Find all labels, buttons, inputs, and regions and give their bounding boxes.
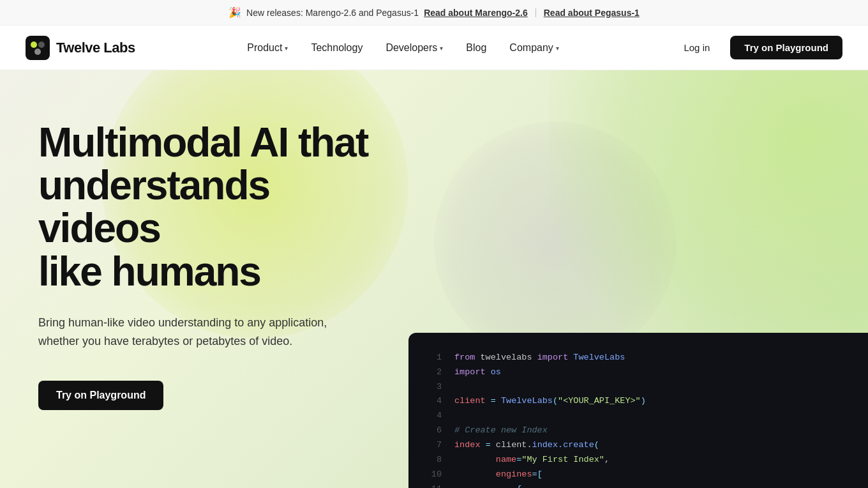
nav-item-blog[interactable]: Blog: [456, 37, 497, 59]
line-number: 4: [429, 409, 442, 423]
code-token: client: [454, 396, 486, 406]
code-token: [454, 455, 496, 464]
line-number: 3: [429, 380, 442, 395]
code-token: [486, 396, 491, 406]
code-token: [486, 367, 491, 377]
code-token: twelvelabs: [475, 353, 537, 362]
nav-label-blog: Blog: [466, 42, 486, 54]
line-number: 11: [429, 482, 442, 488]
code-token: (: [553, 396, 558, 406]
nav-item-developers[interactable]: Developers ▾: [375, 37, 453, 59]
nav-actions: Log in Try on Playground: [671, 36, 842, 59]
hero-right: 1from twelvelabs import TwelveLabs2impor…: [408, 70, 868, 488]
login-button[interactable]: Log in: [671, 36, 722, 59]
line-content: index = client.index.create(: [454, 438, 599, 453]
code-token: index: [454, 440, 481, 450]
logo-text: Twelve Labs: [56, 40, 135, 56]
code-token: os: [491, 367, 501, 377]
code-token: TwelveLabs: [573, 353, 625, 362]
nav-item-company[interactable]: Company ▾: [499, 37, 569, 59]
code-line: 6# Create new Index: [429, 423, 848, 438]
code-token: [481, 440, 486, 450]
line-content: from twelvelabs import TwelveLabs: [454, 351, 625, 365]
nav-label-product: Product: [247, 42, 282, 54]
code-token: =: [532, 469, 537, 479]
line-number: 8: [429, 453, 442, 468]
announcement-link-marengo[interactable]: Read about Marengo-2.6: [424, 8, 528, 18]
line-number: 1: [429, 351, 442, 365]
line-content: name="My First Index",: [454, 453, 610, 468]
line-content: # Create new Index: [454, 423, 548, 438]
code-line: 7index = client.index.create(: [429, 438, 848, 453]
announcement-link-pegasus[interactable]: Read about Pegasus-1: [544, 8, 640, 18]
svg-point-3: [34, 49, 41, 55]
announcement-prefix: New releases: Marengo-2.6 and Pegasus-1: [246, 8, 419, 18]
line-content: [454, 380, 460, 395]
line-content: import os: [454, 365, 501, 380]
hero-title-line3: like humans: [38, 250, 383, 293]
line-number: 6: [429, 423, 442, 438]
code-token: # Create new Index: [454, 425, 548, 435]
hero-section: Multimodal AI that understands videos li…: [0, 70, 868, 488]
code-token: ,: [604, 455, 610, 464]
try-playground-hero-button[interactable]: Try on Playground: [38, 381, 163, 410]
hero-title-line2: understands videos: [38, 164, 383, 250]
line-number: 2: [429, 365, 442, 380]
line-content: engines=[: [454, 468, 542, 482]
line-number: 10: [429, 468, 442, 482]
code-token: [: [537, 469, 542, 479]
svg-point-1: [31, 42, 37, 48]
announcement-separator: [535, 8, 536, 17]
code-token: {: [516, 484, 521, 488]
nav-label-developers: Developers: [385, 42, 437, 54]
code-token: "<YOUR_API_KEY>": [558, 396, 641, 406]
code-token: TwelveLabs: [501, 396, 553, 406]
svg-rect-0: [26, 36, 50, 60]
code-token: engines: [496, 469, 532, 479]
code-token: ): [641, 396, 646, 406]
nav-item-product[interactable]: Product ▾: [237, 37, 298, 59]
code-token: (: [594, 440, 599, 450]
svg-point-2: [38, 42, 45, 48]
hero-content: Multimodal AI that understands videos li…: [0, 70, 408, 488]
hero-subtitle: Bring human-like video understanding to …: [38, 314, 370, 351]
code-token: "My First Index": [521, 455, 604, 464]
nav-label-technology: Technology: [311, 42, 363, 54]
code-token: =: [486, 440, 491, 450]
code-token: [496, 396, 501, 406]
code-token: index.create: [532, 440, 594, 450]
announcement-emoji: 🎉: [228, 6, 241, 19]
code-panel: 1from twelvelabs import TwelveLabs2impor…: [408, 333, 868, 488]
chevron-down-icon-2: ▾: [440, 45, 443, 52]
hero-title-line1: Multimodal AI that: [38, 121, 383, 164]
logo-icon: [26, 36, 50, 60]
code-token: name: [496, 455, 516, 464]
code-token: client.: [491, 440, 532, 450]
nav-item-technology[interactable]: Technology: [301, 37, 373, 59]
line-number: 4: [429, 394, 442, 409]
chevron-down-icon: ▾: [285, 45, 288, 52]
code-line: 10 engines=[: [429, 468, 848, 482]
try-playground-nav-button[interactable]: Try on Playground: [730, 36, 842, 59]
code-line: 8 name="My First Index",: [429, 453, 848, 468]
code-line: 11 {: [429, 482, 848, 488]
code-line: 4: [429, 409, 848, 423]
line-content: {: [454, 482, 521, 488]
code-line: 2import os: [429, 365, 848, 380]
navigation: Twelve Labs Product ▾ Technology Develop…: [0, 26, 868, 70]
line-content: client = TwelveLabs("<YOUR_API_KEY>"): [454, 394, 646, 409]
line-content: [454, 409, 460, 423]
line-number: 7: [429, 438, 442, 453]
code-token: import: [537, 353, 569, 362]
announcement-bar: 🎉 New releases: Marengo-2.6 and Pegasus-…: [0, 0, 868, 26]
code-token: [454, 469, 496, 479]
code-token: import: [454, 367, 486, 377]
code-token: =: [491, 396, 496, 406]
code-token: [454, 484, 516, 488]
logo[interactable]: Twelve Labs: [26, 36, 135, 60]
nav-label-company: Company: [509, 42, 553, 54]
chevron-down-icon-3: ▾: [556, 45, 559, 52]
nav-links: Product ▾ Technology Developers ▾ Blog C…: [237, 37, 569, 59]
code-line: 4client = TwelveLabs("<YOUR_API_KEY>"): [429, 394, 848, 409]
hero-title: Multimodal AI that understands videos li…: [38, 121, 383, 293]
